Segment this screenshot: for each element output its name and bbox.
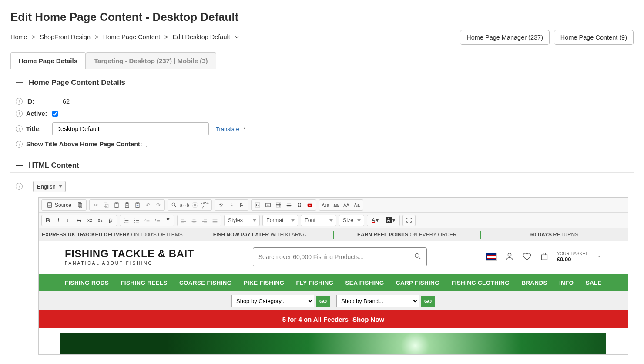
category-select[interactable]: Shop by Category... (231, 295, 314, 307)
main-nav: FISHING RODS FISHING REELS COARSE FISHIN… (39, 274, 628, 291)
strike-icon[interactable]: S (75, 216, 84, 225)
bg-color-icon[interactable]: A▾ (383, 216, 398, 225)
superscript-icon[interactable]: x2 (96, 216, 104, 225)
nav-item[interactable]: COARSE FISHING (179, 280, 231, 286)
hr-icon[interactable] (285, 201, 293, 209)
tab-details[interactable]: Home Page Details (10, 52, 86, 69)
nav-item[interactable]: FISHING CLOTHING (451, 280, 510, 286)
collapse-icon[interactable]: — (16, 161, 23, 170)
paste-word-icon[interactable]: W (133, 201, 142, 209)
subscript-icon[interactable]: x2 (85, 216, 94, 225)
promo-banner[interactable]: 5 for 4 on All Feeders- Shop Now (39, 310, 628, 328)
language-select[interactable]: English (33, 181, 66, 192)
replace-icon[interactable]: a↔b (180, 201, 189, 209)
unlink-icon[interactable] (227, 201, 236, 209)
spellcheck-icon[interactable]: ABC✓ (201, 201, 210, 209)
crumb-shopfront[interactable]: ShopFront Design (40, 34, 91, 40)
ol-icon[interactable]: 123 (122, 216, 131, 225)
font-select[interactable]: Font (301, 215, 336, 226)
paste-text-icon[interactable] (123, 201, 131, 209)
copy-icon[interactable] (102, 201, 111, 209)
site-search-input[interactable] (253, 247, 427, 266)
specialchar-icon[interactable]: Ω (295, 201, 304, 209)
outdent-icon[interactable] (143, 216, 151, 225)
cut-icon[interactable]: ✂ (91, 201, 100, 209)
basket-icon[interactable] (540, 252, 549, 263)
search-icon[interactable] (414, 253, 422, 262)
crumb-home[interactable]: Home (10, 34, 27, 40)
tab-targeting[interactable]: Targeting - Desktop (237) | Mobile (3) (86, 52, 216, 69)
align-left-icon[interactable] (179, 216, 188, 225)
nav-item[interactable]: CARP FISHING (396, 280, 439, 286)
case-change-icon[interactable]: A↕a (321, 201, 330, 209)
show-title-checkbox[interactable] (146, 142, 151, 147)
remove-format-icon[interactable]: Ix (106, 216, 115, 225)
anchor-icon[interactable]: 🏳 (238, 201, 246, 209)
align-center-icon[interactable] (190, 216, 198, 225)
title-input[interactable] (52, 122, 209, 135)
nav-item[interactable]: FISHING RODS (65, 280, 109, 286)
info-icon[interactable]: i (16, 98, 23, 105)
indent-icon[interactable] (153, 216, 162, 225)
html-editor: Source ✂ W ↶ ↷ a↔b ABC✓ (38, 197, 628, 355)
align-justify-icon[interactable] (211, 216, 219, 225)
info-icon[interactable]: i (16, 183, 23, 190)
flag-icon[interactable] (486, 253, 497, 261)
nav-item-sale[interactable]: SALE (586, 280, 602, 286)
info-icon[interactable]: i (16, 125, 23, 132)
ul-icon[interactable] (132, 216, 141, 225)
chevron-down-icon[interactable] (596, 253, 602, 261)
undo-icon[interactable]: ↶ (144, 201, 152, 209)
info-icon[interactable]: i (16, 110, 23, 117)
size-select[interactable]: Size (339, 215, 364, 226)
svg-text:W: W (137, 204, 139, 207)
svg-rect-14 (255, 203, 260, 207)
format-select[interactable]: Format (262, 215, 298, 226)
link-icon[interactable] (217, 201, 225, 209)
basket-summary[interactable]: YOUR BASKET £0.00 (557, 252, 588, 263)
go-button[interactable]: GO (421, 296, 435, 307)
text-color-icon[interactable]: A▾ (369, 216, 381, 225)
uppercase-icon[interactable]: AA (342, 201, 351, 209)
home-page-manager-button[interactable]: Home Page Manager (237) (460, 30, 550, 45)
newpage-icon[interactable] (76, 201, 84, 209)
brand-select[interactable]: Shop by Brand... (336, 295, 419, 307)
editor-content[interactable]: EXPRESS UK TRACKED DELIVERY ON 1000'S OF… (39, 228, 628, 354)
wishlist-icon[interactable] (522, 252, 532, 263)
info-icon[interactable]: i (16, 141, 23, 148)
go-button[interactable]: GO (316, 296, 330, 307)
translate-link[interactable]: Translate (216, 126, 239, 132)
account-icon[interactable] (505, 252, 514, 263)
nav-item[interactable]: FLY FISHING (296, 280, 334, 286)
underline-icon[interactable]: U (64, 216, 73, 225)
nav-item[interactable]: FISHING REELS (121, 280, 167, 286)
styles-select[interactable]: Styles (224, 215, 260, 226)
table-icon[interactable] (274, 201, 283, 209)
youtube-icon[interactable] (305, 201, 314, 209)
paste-icon[interactable] (112, 201, 121, 209)
find-icon[interactable] (170, 201, 178, 209)
active-checkbox[interactable] (52, 111, 58, 117)
blockquote-icon[interactable]: ❞ (164, 216, 172, 225)
align-right-icon[interactable] (200, 216, 209, 225)
nav-item[interactable]: INFO (559, 280, 574, 286)
image-icon[interactable] (253, 201, 262, 209)
nav-item[interactable]: BRANDS (521, 280, 547, 286)
source-button[interactable]: Source (44, 201, 74, 209)
redo-icon[interactable]: ↷ (154, 201, 163, 209)
chevron-down-icon[interactable] (234, 34, 240, 41)
italic-icon[interactable]: I (54, 216, 63, 225)
nav-item[interactable]: SEA FISHING (345, 280, 384, 286)
embed-icon[interactable] (264, 201, 272, 209)
lowercase-icon[interactable]: aa (332, 201, 340, 209)
bold-icon[interactable]: B (44, 216, 52, 225)
show-title-label: Show Title Above Home Page Content: (26, 141, 142, 148)
collapse-icon[interactable]: — (16, 78, 23, 87)
nav-item[interactable]: PIKE FISHING (244, 280, 285, 286)
maximize-icon[interactable] (405, 216, 413, 225)
selectall-icon[interactable] (191, 201, 199, 209)
crumb-hpcontent[interactable]: Home Page Content (103, 34, 160, 40)
home-page-content-button[interactable]: Home Page Content (9) (554, 30, 634, 45)
titlecase-icon[interactable]: Aa (352, 201, 361, 209)
crumb-current[interactable]: Edit Desktop Default (173, 34, 230, 40)
